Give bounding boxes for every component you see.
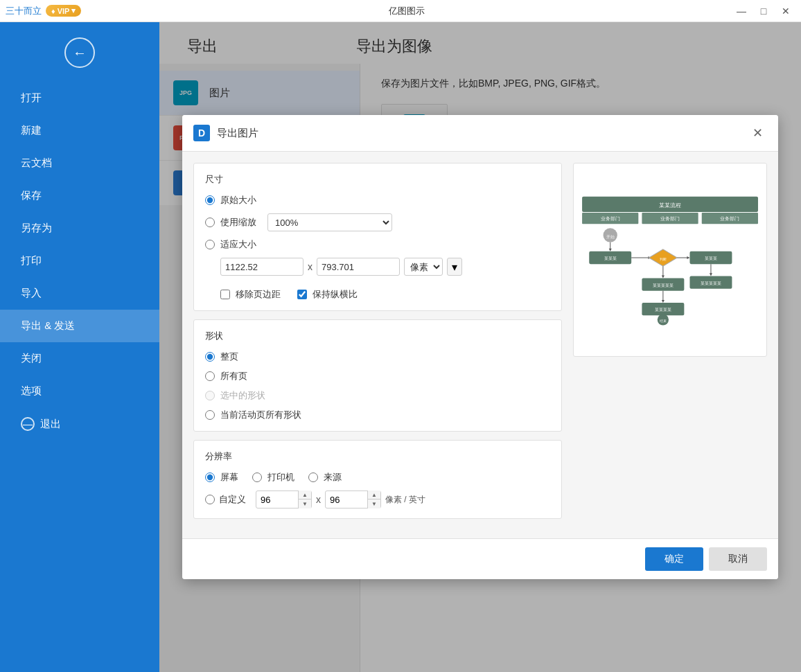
svg-text:业务部门: 业务部门 [660, 216, 680, 222]
resolution-radio-row: 屏幕 打印机 来源 [205, 471, 550, 484]
checkbox-row: 移除页边距 保持纵横比 [220, 288, 550, 301]
all-pages-row: 所有页 [205, 370, 550, 382]
sidebar-item-save[interactable]: 保存 [0, 179, 159, 212]
unit-select[interactable]: 像素 厘米 [404, 258, 443, 276]
current-active-label: 当前活动页所有形状 [220, 409, 301, 421]
resolution-section-title: 分辨率 [205, 450, 550, 463]
custom-y-wrap: ▲ ▼ [325, 490, 381, 509]
selected-shape-label: 选中的形状 [220, 389, 265, 402]
scale-radio[interactable] [205, 218, 215, 227]
svg-text:开始: 开始 [606, 234, 615, 239]
sidebar: ← 打开 新建 云文档 保存 另存为 打印 导入 [0, 22, 159, 672]
sidebar-item-saveas[interactable]: 另存为 [0, 212, 159, 245]
width-input[interactable] [220, 258, 303, 276]
original-size-radio[interactable] [205, 195, 215, 205]
sidebar-item-new[interactable]: 新建 [0, 114, 159, 147]
fit-size-label: 适应大小 [220, 238, 256, 251]
quit-icon: — [21, 417, 35, 431]
source-label: 来源 [324, 471, 342, 484]
main-area: ← 打开 新建 云文档 保存 另存为 打印 导入 [0, 22, 801, 672]
scale-row: 使用缩放 100% 150% 200% [205, 213, 550, 231]
custom-y-down[interactable]: ▼ [368, 499, 380, 509]
sidebar-item-options[interactable]: 选项 [0, 375, 159, 407]
remove-margin-label: 移除页边距 [236, 288, 281, 301]
keep-ratio-checkbox[interactable] [297, 290, 307, 299]
svg-text:某某流程: 某某流程 [659, 202, 681, 209]
svg-marker-31 [662, 300, 664, 303]
full-page-row: 整页 [205, 351, 550, 363]
current-active-row: 当前活动页所有形状 [205, 409, 550, 421]
current-active-radio[interactable] [205, 410, 215, 420]
sidebar-item-import[interactable]: 导入 [0, 277, 159, 310]
source-radio[interactable] [308, 472, 318, 482]
title-bar: 三十而立 ♦ VIP ▾ 亿图图示 — □ ✕ [0, 0, 801, 22]
screen-row: 屏幕 [205, 471, 238, 484]
preview-box: 某某流程 业务部门 业务部门 业务部门 [573, 163, 767, 357]
confirm-button[interactable]: 确定 [645, 547, 703, 571]
res-cross: x [316, 494, 321, 505]
scale-select[interactable]: 100% 150% 200% [267, 213, 392, 231]
svg-text:某某某某某: 某某某某某 [701, 281, 721, 285]
modal-body: 尺寸 原始大小 使用缩放 [182, 152, 778, 538]
cross-separator: x [308, 261, 313, 272]
export-dialog: D 导出图片 ✕ 尺寸 [182, 115, 778, 579]
unit-dropdown-btn[interactable]: ▾ [447, 258, 462, 276]
maximize-button[interactable]: □ [754, 3, 773, 19]
chevron-icon: ▾ [71, 6, 76, 15]
resolution-section: 分辨率 屏幕 打印机 [193, 440, 562, 519]
custom-label: 自定义 [219, 493, 246, 506]
fit-size-radio[interactable] [205, 240, 215, 249]
sidebar-item-export[interactable]: 导出 & 发送 [0, 310, 159, 342]
keep-ratio-label: 保持纵横比 [313, 288, 358, 301]
custom-y-input[interactable] [326, 495, 367, 505]
window-title: 亿图图示 [81, 5, 732, 17]
vip-area: 三十而立 ♦ VIP ▾ [6, 5, 81, 17]
modal-close-button[interactable]: ✕ [748, 123, 767, 143]
custom-x-up[interactable]: ▲ [299, 490, 311, 499]
cancel-button[interactable]: 取消 [709, 547, 767, 571]
back-button[interactable]: ← [64, 37, 95, 68]
svg-marker-19 [687, 256, 689, 259]
shape-section: 形状 整页 所有页 [193, 319, 562, 432]
printer-radio[interactable] [252, 472, 262, 482]
custom-x-wrap: ▲ ▼ [256, 490, 312, 509]
svg-text:业务部门: 业务部门 [720, 216, 739, 222]
original-size-row: 原始大小 [205, 194, 550, 206]
custom-resolution-row: 自定义 ▲ ▼ x [205, 490, 550, 509]
selected-shape-row: 选中的形状 [205, 389, 550, 402]
sidebar-item-open[interactable]: 打开 [0, 82, 159, 114]
app-window: 三十而立 ♦ VIP ▾ 亿图图示 — □ ✕ ← 打开 新建 [0, 0, 801, 672]
scale-label: 使用缩放 [220, 216, 256, 229]
crown-icon: ♦ [51, 7, 55, 15]
svg-text:业务部门: 业务部门 [601, 216, 620, 222]
remove-margin-checkbox[interactable] [220, 290, 230, 299]
close-window-button[interactable]: ✕ [776, 3, 795, 19]
size-section: 尺寸 原始大小 使用缩放 [193, 163, 562, 311]
full-page-radio[interactable] [205, 352, 215, 362]
sidebar-item-quit[interactable]: — 退出 [0, 407, 159, 441]
custom-y-up[interactable]: ▲ [368, 490, 380, 499]
selected-shape-radio[interactable] [205, 391, 215, 400]
custom-x-down[interactable]: ▼ [299, 499, 311, 509]
screen-radio[interactable] [205, 472, 215, 482]
sidebar-item-cloud[interactable]: 云文档 [0, 147, 159, 179]
fit-size-input-row: x 像素 厘米 ▾ [220, 258, 550, 276]
shape-radio-group: 整页 所有页 选中的形状 [205, 351, 550, 421]
svg-text:结束: 结束 [660, 319, 667, 323]
all-pages-radio[interactable] [205, 371, 215, 381]
scale-select-row: 100% 150% 200% [267, 213, 392, 231]
svg-text:某某某某某: 某某某某某 [653, 283, 674, 288]
sidebar-item-print[interactable]: 打印 [0, 245, 159, 277]
custom-x-input[interactable] [256, 495, 298, 505]
custom-radio[interactable] [205, 495, 215, 504]
height-input[interactable] [317, 258, 400, 276]
size-section-title: 尺寸 [205, 173, 550, 186]
shape-section-title: 形状 [205, 330, 550, 342]
minimize-button[interactable]: — [732, 3, 751, 19]
original-size-label: 原始大小 [220, 194, 256, 206]
vip-username: 三十而立 [6, 5, 42, 17]
modal-left: 尺寸 原始大小 使用缩放 [193, 163, 562, 527]
sidebar-item-close[interactable]: 关闭 [0, 342, 159, 375]
window-controls: — □ ✕ [732, 3, 795, 19]
printer-row: 打印机 [252, 471, 294, 484]
